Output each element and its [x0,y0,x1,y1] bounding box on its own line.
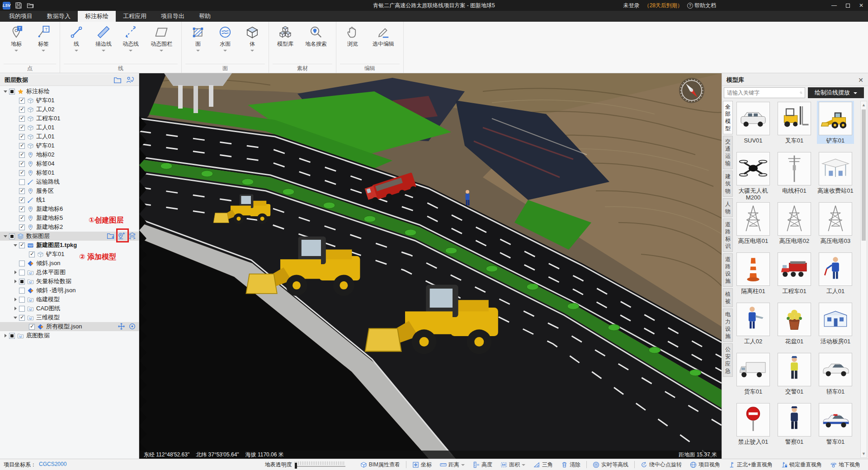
category-tab-8[interactable]: 电力设施 [723,309,733,342]
tool-geo-search-button[interactable]: 地名搜索 [300,24,332,64]
chevron-down-icon[interactable] [14,50,18,52]
layer-checkbox[interactable] [19,279,25,285]
expander-icon[interactable] [13,242,18,248]
model-item[interactable]: 活动板房01 [817,302,854,345]
tree-row[interactable]: 运输路线 [0,177,139,186]
layer-checkbox[interactable] [19,161,25,167]
chevron-down-icon[interactable] [102,50,105,52]
status-button-globe[interactable]: 项目视角 [686,461,724,469]
model-item[interactable]: 货车01 [735,352,772,395]
layer-checkbox[interactable] [19,179,25,185]
model-item[interactable]: 警察01 [776,402,813,445]
tree-row[interactable]: 工人02 [0,105,139,114]
tree-row[interactable]: 线1 [0,195,139,204]
layer-checkbox[interactable] [19,98,25,104]
layer-checkbox[interactable] [19,170,25,176]
target-icon[interactable] [128,323,136,330]
save-icon[interactable] [15,2,22,9]
tree-row[interactable]: 临建模型 [0,295,139,304]
category-tab-1[interactable]: 全部模型 [723,101,733,134]
layer-checkbox[interactable] [19,152,25,158]
expander-icon[interactable] [13,297,18,302]
layer-checkbox[interactable] [19,134,25,140]
tree-row[interactable]: 倾斜.json [0,259,139,268]
menu-tab-5[interactable]: 项目导出 [154,11,192,22]
person-pin-icon[interactable] [126,76,134,84]
help-doc-link[interactable]: ? 帮助文档 [687,2,716,9]
crs-value-link[interactable]: CGCS2000 [39,461,66,469]
layer-checkbox[interactable] [9,89,15,95]
menu-tab-6[interactable]: 帮助 [192,11,218,22]
chevron-down-icon[interactable] [522,464,525,466]
chevron-down-icon[interactable] [42,50,45,52]
layer-checkbox[interactable] [19,206,25,212]
tool-stroke-line-button[interactable]: 描边线 [91,24,116,64]
chevron-down-icon[interactable] [129,50,132,52]
tree-row[interactable]: 新建地标6 [0,204,139,214]
tree-row[interactable]: 工程车01 [0,114,139,123]
maximize-button[interactable] [841,0,854,11]
expander-icon[interactable] [13,306,18,311]
model-item[interactable]: 大疆无人机M200 [735,151,772,201]
expander-icon[interactable] [3,89,8,94]
chevron-down-icon[interactable] [223,50,227,52]
menu-tab-4[interactable]: 工程应用 [116,11,154,22]
model-item[interactable]: SUV01 [735,101,772,144]
tool-volume-button[interactable]: 体 [240,24,265,64]
tree-row[interactable]: 总体平面图 [0,268,139,277]
category-tab-6[interactable]: 道路设施 [723,253,733,287]
status-button-trash[interactable]: 清除 [557,461,585,469]
scroll-up-icon[interactable]: ▲ [861,102,867,108]
status-button-rotate[interactable]: 绕中心点旋转 [637,461,686,469]
layer-checkbox[interactable] [19,197,25,203]
tree-row[interactable]: 底图数据 [0,331,139,340]
expander-icon[interactable] [3,233,8,239]
slider-handle[interactable] [295,463,297,469]
status-button-height[interactable]: 高度 [469,461,496,469]
layer-checkbox[interactable] [19,215,25,221]
chevron-down-icon[interactable] [461,464,465,466]
menu-tab-1[interactable]: 我的项目 [2,11,40,22]
terrain-opacity-slider[interactable] [295,461,345,468]
chevron-down-icon[interactable] [196,50,200,52]
tool-tag-button[interactable]: T标签 [31,24,56,64]
layer-checkbox[interactable] [19,261,25,266]
tool-model-lib-button[interactable]: 模型库 [273,24,298,64]
tree-row[interactable]: 工人01 [0,132,139,141]
draw-along-line-button[interactable]: 绘制沿线摆放 [808,87,864,98]
tree-row[interactable]: 工人01 [0,123,139,132]
close-button[interactable]: ✕ [854,0,868,11]
minimize-button[interactable]: — [827,0,841,11]
layer-checkbox[interactable] [19,125,25,131]
layer-checkbox[interactable] [19,143,25,149]
layer-checkbox[interactable] [19,288,25,294]
tool-polygon-button[interactable]: 面 [185,24,211,64]
layer-checkbox[interactable] [9,233,15,239]
layer-checkbox[interactable] [19,188,25,194]
expander-icon[interactable] [3,333,8,338]
tree-row[interactable]: 标签01 [0,168,139,177]
expander-icon[interactable] [13,279,18,284]
menu-tab-2[interactable]: 数据导入 [40,11,78,22]
tool-dynamic-fence-button[interactable]: 动态围栏 [145,24,178,64]
layer-checkbox[interactable] [19,306,25,312]
expander-icon[interactable] [13,270,18,275]
chevron-down-icon[interactable] [160,50,163,52]
status-button-contour[interactable]: 实时等高线 [589,461,632,469]
tool-hand-button[interactable]: 浏览 [340,24,365,64]
folder-plus-icon[interactable] [107,232,114,240]
tree-row[interactable]: 矢量标绘数据 [0,277,139,286]
status-button-triangle[interactable]: 三角 [529,461,557,469]
menu-tab-3[interactable]: 标注标绘 [78,11,116,22]
model-item[interactable]: 铲车01 [817,101,854,144]
layer-checkbox[interactable] [19,116,25,122]
tool-placemark-button[interactable]: T地标 [4,24,29,64]
status-button-north-lock[interactable]: 锁定垂直视角 [777,461,826,469]
tree-row[interactable]: 铲车01 [0,96,139,105]
layers-swap-icon[interactable] [128,232,136,240]
model-item[interactable]: 叉车01 [776,101,813,144]
login-status[interactable]: 未登录 [623,2,640,9]
3d-scene[interactable] [139,73,722,459]
model-search-input[interactable] [724,90,800,96]
category-tab-4[interactable]: 人物 [723,198,733,217]
